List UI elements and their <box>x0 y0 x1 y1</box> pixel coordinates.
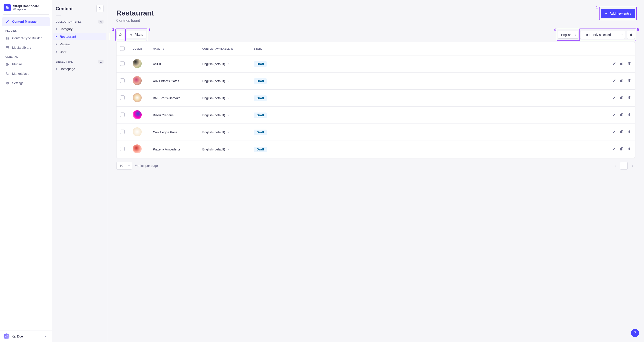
trash-icon <box>628 96 631 100</box>
row-checkbox[interactable] <box>120 130 124 134</box>
copy-icon <box>620 147 624 151</box>
annotation-4: 4 <box>554 28 556 32</box>
page-title: Restaurant <box>116 9 154 17</box>
sidebar-item-homepage[interactable]: Homepage <box>54 65 106 72</box>
collection-types-count: 4 <box>98 20 104 24</box>
row-checkbox[interactable] <box>120 78 124 83</box>
edit-button[interactable] <box>612 130 616 134</box>
select-all-checkbox[interactable] <box>120 46 124 51</box>
user-avatar[interactable]: KD <box>4 334 10 339</box>
filters-button[interactable]: Filters <box>126 31 146 38</box>
th-state[interactable]: State <box>250 42 282 56</box>
chevron-down-icon[interactable]: ▾ <box>228 63 229 65</box>
state-badge: Draft <box>254 61 267 67</box>
copy-button[interactable] <box>620 147 624 151</box>
sidebar-item-category[interactable]: Category <box>54 25 106 32</box>
bullet-icon <box>56 51 57 52</box>
table-row[interactable]: Can Alegria ParisEnglish (default)▾Draft <box>116 124 635 141</box>
th-cover[interactable]: Cover <box>129 42 149 56</box>
state-badge: Draft <box>254 78 267 84</box>
state-badge: Draft <box>254 96 267 101</box>
row-name: BMK Paris-Bamako <box>149 90 199 107</box>
single-type-list: Homepage <box>56 65 104 72</box>
chevron-down-icon[interactable]: ▾ <box>228 97 229 99</box>
page-size-select[interactable]: 10 <box>116 162 132 170</box>
bullet-icon <box>56 28 57 30</box>
edit-button[interactable] <box>612 147 616 151</box>
nav-media-library[interactable]: Media Library <box>2 43 50 52</box>
edit-button[interactable] <box>612 113 616 117</box>
brand-title: Strapi Dashboard <box>13 4 39 8</box>
row-checkbox[interactable] <box>120 112 124 117</box>
row-checkbox[interactable] <box>120 96 124 100</box>
copy-icon <box>620 130 624 134</box>
copy-button[interactable] <box>620 113 624 117</box>
row-checkbox[interactable] <box>120 147 124 151</box>
edit-button[interactable] <box>612 96 616 100</box>
gear-icon <box>6 81 10 85</box>
trash-button[interactable] <box>628 130 631 134</box>
edit-button[interactable] <box>612 79 616 83</box>
chevron-down-icon[interactable]: ▾ <box>228 80 229 82</box>
table-row[interactable]: Aux Enfants GâtésEnglish (default)▾Draft <box>116 72 635 90</box>
subnav-search-button[interactable] <box>96 5 104 12</box>
row-checkbox[interactable] <box>120 61 124 66</box>
table-row[interactable]: ASPICEnglish (default)▾Draft <box>116 56 635 72</box>
trash-button[interactable] <box>628 62 631 66</box>
copy-button[interactable] <box>620 79 624 83</box>
nav-plugins[interactable]: Plugins <box>2 60 50 68</box>
subnav-title: Content <box>56 6 73 11</box>
edit-icon <box>612 79 616 82</box>
row-locale: English (default) <box>202 130 225 134</box>
sidebar-item-restaurant[interactable]: Restaurant <box>54 33 106 40</box>
trash-button[interactable] <box>628 113 631 117</box>
collapse-nav-button[interactable]: ‹ <box>43 334 48 339</box>
chevron-down-icon[interactable]: ▾ <box>228 148 229 150</box>
table-row[interactable]: Pizzeria ArrivederciEnglish (default)▾Dr… <box>116 141 635 158</box>
chevron-down-icon[interactable]: ▾ <box>228 131 229 134</box>
gear-icon <box>629 33 633 36</box>
prev-page-button[interactable]: ‹ <box>613 164 618 168</box>
trash-button[interactable] <box>628 147 631 151</box>
add-new-entry-button[interactable]: ＋ Add new entry <box>601 9 635 18</box>
nav-content-manager[interactable]: Content Manager <box>2 17 50 26</box>
locale-select[interactable]: English <box>558 31 578 38</box>
plus-icon: ＋ <box>605 12 608 16</box>
collection-types-label: Collection types <box>56 20 82 23</box>
single-type-count: 1 <box>98 60 104 64</box>
th-content[interactable]: Content available in <box>199 42 250 56</box>
filters-label: Filters <box>134 33 143 36</box>
sidebar-item-user[interactable]: User <box>54 48 106 56</box>
th-name[interactable]: Name ▲ <box>149 42 199 56</box>
copy-button[interactable] <box>620 62 624 66</box>
search-icon <box>98 7 102 10</box>
cart-icon <box>6 72 10 76</box>
brand-subtitle: Workplace <box>13 8 39 11</box>
edit-button[interactable] <box>612 62 616 66</box>
table-settings-button[interactable] <box>627 31 635 39</box>
copy-icon <box>620 62 624 65</box>
edit-icon <box>612 130 616 134</box>
columns-selected[interactable]: 2 currently selected <box>580 31 625 39</box>
sidebar-item-review[interactable]: Review <box>54 41 106 48</box>
copy-icon <box>620 79 624 82</box>
copy-button[interactable] <box>620 130 624 134</box>
nav-content-type-builder[interactable]: Content-Type Builder <box>2 34 50 42</box>
chevron-down-icon[interactable]: ▾ <box>228 114 229 116</box>
table-search-button[interactable] <box>116 31 124 39</box>
next-page-button[interactable]: › <box>630 164 635 168</box>
table-row[interactable]: BMK Paris-BamakoEnglish (default)▾Draft <box>116 90 635 107</box>
svg-point-1 <box>8 75 8 75</box>
svg-point-2 <box>99 8 100 9</box>
layout-icon <box>6 36 10 40</box>
edit-icon <box>612 147 616 151</box>
bullet-icon <box>56 68 57 70</box>
nav-settings[interactable]: Settings <box>2 79 50 87</box>
nav-marketplace[interactable]: Marketplace <box>2 70 50 78</box>
copy-button[interactable] <box>620 96 624 100</box>
trash-button[interactable] <box>628 79 631 83</box>
trash-button[interactable] <box>628 96 631 100</box>
help-button[interactable]: ? <box>631 329 639 337</box>
nav-label: Settings <box>12 81 24 85</box>
table-row[interactable]: Bisou CrêperieEnglish (default)▾Draft <box>116 107 635 124</box>
